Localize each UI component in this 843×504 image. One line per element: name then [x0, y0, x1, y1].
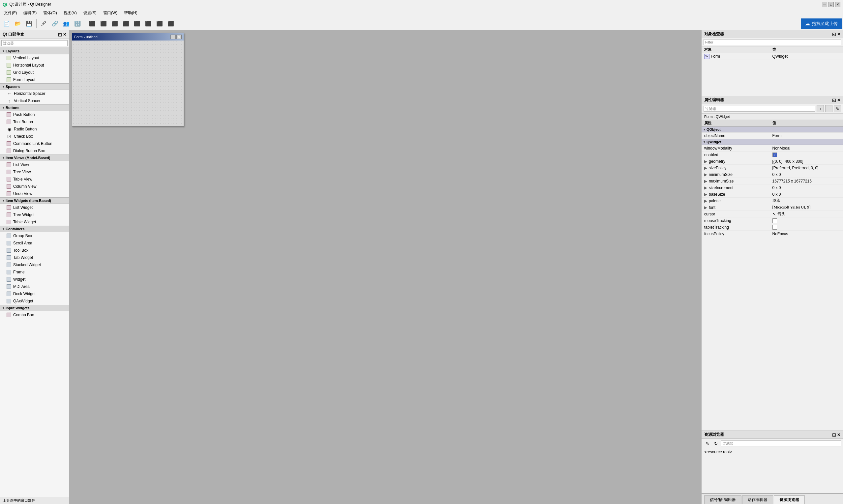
- menu-form[interactable]: 窗体(O): [40, 10, 59, 16]
- object-inspector-filter-input[interactable]: [704, 39, 841, 45]
- prop-row-font[interactable]: ▶font [Microsoft YaHei UI, 9]: [702, 204, 843, 211]
- prop-row-sizeincrement[interactable]: ▶sizeIncrement 0 x 0: [702, 184, 843, 191]
- widget-item-column-view[interactable]: Column View: [0, 183, 69, 190]
- widget-item-mdi-area[interactable]: MDI Area: [0, 283, 69, 290]
- widget-item-table-widget[interactable]: Table Widget: [0, 218, 69, 226]
- toolbar-tab-order-button[interactable]: 🔢: [72, 18, 83, 29]
- category-item-widgets[interactable]: ▾ Item Widgets (Item-Based): [0, 197, 69, 204]
- prop-row-palette[interactable]: ▶palette 继承: [702, 198, 843, 204]
- widget-item-command-link-button[interactable]: Command Link Button: [0, 140, 69, 147]
- toolbar-new-button[interactable]: 📄: [1, 18, 12, 29]
- prop-row-objectname[interactable]: objectName Form: [702, 132, 843, 139]
- widget-item-widget[interactable]: Widget: [0, 276, 69, 283]
- menu-window[interactable]: 窗口(W): [101, 10, 120, 16]
- form-minimize-button[interactable]: —: [170, 35, 176, 39]
- upload-button[interactable]: ☁ 拖拽至此上传: [801, 18, 842, 29]
- minimize-button[interactable]: —: [822, 2, 827, 7]
- widget-box-close-icon[interactable]: ✕: [63, 32, 66, 37]
- widget-item-tool-box[interactable]: Tool Box: [0, 247, 69, 254]
- resource-browser-float-icon[interactable]: ◱: [832, 433, 836, 437]
- prop-group-qobject[interactable]: ▾ QObject: [702, 126, 843, 132]
- category-spacers[interactable]: ▾ Spacers: [0, 83, 69, 90]
- menu-settings[interactable]: 设置(S): [81, 10, 99, 16]
- widget-item-list-widget[interactable]: List Widget: [0, 204, 69, 211]
- widget-item-form-layout[interactable]: Form Layout: [0, 76, 69, 83]
- widget-item-dock-widget[interactable]: Dock Widget: [0, 290, 69, 298]
- toolbar-splith-button[interactable]: ⬛: [109, 18, 120, 29]
- widget-item-push-button[interactable]: Push Button: [0, 111, 69, 118]
- toolbar-connections-button[interactable]: 🔗: [50, 18, 60, 29]
- res-refresh-button[interactable]: ↻: [712, 440, 719, 447]
- widget-item-list-view[interactable]: List View: [0, 161, 69, 168]
- prop-row-tablettracking[interactable]: tabletTracking: [702, 224, 843, 231]
- widget-item-vspacer[interactable]: ↕ Vertical Spacer: [0, 97, 69, 104]
- tablettracking-checkbox[interactable]: [772, 225, 777, 230]
- enabled-checkbox[interactable]: [772, 152, 777, 157]
- toolbar-hlayout-button[interactable]: ⬛: [87, 18, 98, 29]
- toolbar-open-button[interactable]: 📂: [13, 18, 23, 29]
- res-edit-button[interactable]: ✎: [704, 440, 711, 447]
- widget-item-tool-button[interactable]: Tool Button: [0, 118, 69, 126]
- menu-help[interactable]: 帮助(H): [121, 10, 140, 16]
- object-inspector-float-icon[interactable]: ◱: [832, 32, 836, 37]
- object-inspector-row-form[interactable]: W Form QWidget: [702, 53, 843, 60]
- toolbar-splitv-button[interactable]: ⬛: [121, 18, 131, 29]
- prop-row-mousetracking[interactable]: mouseTracking: [702, 217, 843, 224]
- menu-edit[interactable]: 编辑(E): [21, 10, 39, 16]
- widget-item-radio-button[interactable]: ◉ Radio Button: [0, 126, 69, 133]
- toolbar-buddy-button[interactable]: 👥: [61, 18, 71, 29]
- category-containers[interactable]: ▾ Containers: [0, 226, 69, 232]
- tab-signals-slots[interactable]: 信号/槽 编辑器: [704, 496, 741, 504]
- prop-row-windowmodality[interactable]: windowModality NonModal: [702, 145, 843, 151]
- widget-item-tab-widget[interactable]: Tab Widget: [0, 254, 69, 261]
- property-editor-float-icon[interactable]: ◱: [832, 98, 836, 103]
- property-editor-close-icon[interactable]: ✕: [837, 98, 840, 103]
- widget-item-tree-view[interactable]: Tree View: [0, 168, 69, 176]
- widget-item-tree-widget[interactable]: Tree Widget: [0, 211, 69, 218]
- close-button[interactable]: ✕: [835, 2, 840, 7]
- prop-row-minimumsize[interactable]: ▶minimumSize 0 x 0: [702, 171, 843, 178]
- widget-item-scroll-area[interactable]: Scroll Area: [0, 239, 69, 247]
- form-window[interactable]: Form - untitled — ✕: [72, 33, 184, 126]
- prop-minus-icon[interactable]: −: [825, 105, 832, 112]
- widget-item-frame[interactable]: Frame: [0, 268, 69, 276]
- widget-box-float-icon[interactable]: ◱: [58, 32, 62, 37]
- design-area[interactable]: Form - untitled — ✕: [69, 30, 701, 504]
- resource-filter-input[interactable]: [721, 440, 841, 446]
- toolbar-grid-button[interactable]: ⬛: [132, 18, 142, 29]
- mousetracking-checkbox[interactable]: [772, 218, 777, 223]
- widget-item-undo-view[interactable]: Undo View: [0, 190, 69, 197]
- widget-item-grid-layout[interactable]: Grid Layout: [0, 69, 69, 76]
- widget-item-dialog-button-box[interactable]: Dialog Button Box: [0, 147, 69, 155]
- prop-add-icon[interactable]: +: [816, 105, 824, 112]
- widget-item-qax-widget[interactable]: QAxWidget: [0, 298, 69, 305]
- property-editor-filter-input[interactable]: [704, 106, 815, 112]
- maximize-button[interactable]: □: [828, 2, 834, 7]
- tab-resource-browser[interactable]: 资源浏览器: [774, 496, 805, 504]
- widget-item-combo-box[interactable]: Combo Box: [0, 311, 69, 319]
- widget-item-vertical-layout[interactable]: Vertical Layout: [0, 54, 69, 61]
- category-buttons[interactable]: ▾ Buttons: [0, 104, 69, 111]
- form-content[interactable]: [72, 40, 184, 126]
- tab-action-editor[interactable]: 动作编辑器: [742, 496, 773, 504]
- object-inspector-close-icon[interactable]: ✕: [837, 32, 840, 37]
- widget-item-horizontal-layout[interactable]: Horizontal Layout: [0, 61, 69, 69]
- widget-item-hspacer[interactable]: ↔ Horizontal Spacer: [0, 90, 69, 97]
- category-input-widgets[interactable]: ▾ Input Widgets: [0, 305, 69, 311]
- widget-item-check-box[interactable]: ☑ Check Box: [0, 133, 69, 140]
- prop-edit-icon[interactable]: ✎: [834, 105, 841, 112]
- toolbar-vlayout-button[interactable]: ⬛: [98, 18, 109, 29]
- prop-row-basesize[interactable]: ▶baseSize 0 x 0: [702, 191, 843, 198]
- prop-row-geometry[interactable]: ▶geometry [(0, 0), 400 x 300]: [702, 158, 843, 165]
- toolbar-widget-editor-button[interactable]: 🖊: [38, 18, 49, 29]
- prop-row-sizepolicy[interactable]: ▶sizePolicy [Preferred, Preferred, 0, 0]: [702, 165, 843, 171]
- prop-row-enabled[interactable]: enabled: [702, 151, 843, 158]
- prop-group-qwidget[interactable]: ▾ QWidget: [702, 139, 843, 145]
- toolbar-adjust-button[interactable]: ⬛: [166, 18, 176, 29]
- prop-row-focuspolicy[interactable]: focusPolicy NoFocus: [702, 231, 843, 237]
- toolbar-break-button[interactable]: ⬛: [154, 18, 165, 29]
- category-layouts[interactable]: ▾ Layouts: [0, 48, 69, 54]
- widget-item-group-box[interactable]: Group Box: [0, 232, 69, 239]
- category-item-views[interactable]: ▾ Item Views (Model-Based): [0, 155, 69, 161]
- prop-row-maximumsize[interactable]: ▶maximumSize 16777215 x 16777215: [702, 178, 843, 184]
